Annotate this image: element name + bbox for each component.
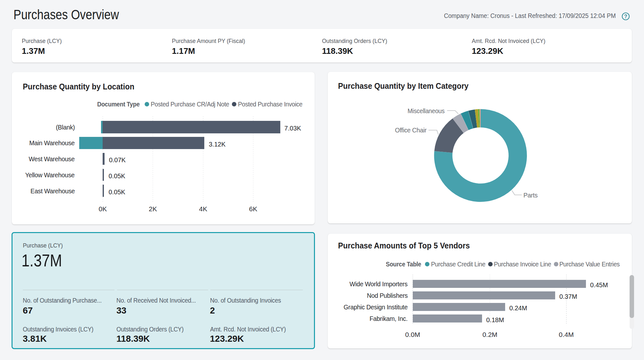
svg-text:?: ? xyxy=(624,13,627,19)
